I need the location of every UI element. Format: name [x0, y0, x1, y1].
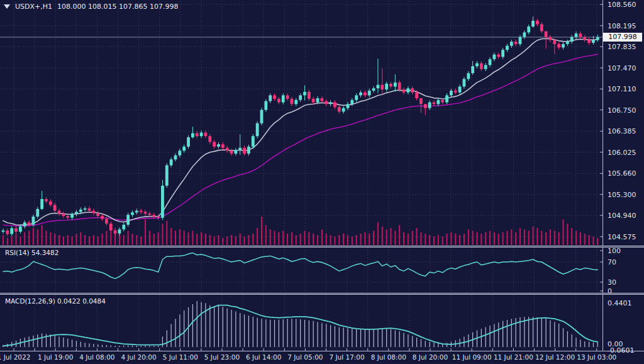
volume-bar [287, 234, 288, 245]
volume-bar [196, 234, 197, 245]
volume-bar [16, 234, 17, 245]
volume-bar [192, 231, 193, 246]
volume-bar [420, 232, 421, 245]
candle-body [596, 37, 599, 40]
candle-body [286, 95, 289, 99]
volume-bar [356, 235, 357, 245]
candle-body [135, 211, 138, 213]
volume-bar [97, 237, 99, 246]
volume-bar [145, 220, 146, 246]
volume-bar [394, 231, 396, 246]
candle-body [342, 108, 345, 112]
macd-label: MACD(12,26,9) 0.0422 0.0484 [5, 297, 106, 305]
volume-bar [75, 234, 77, 245]
price-axis-label: 107.470 [608, 64, 636, 72]
candle-body [23, 222, 26, 226]
candle-body [475, 63, 479, 66]
candle-body [32, 217, 35, 225]
trading-chart-window: USDX+,H1 108.000 108.015 107.865 107.998… [0, 0, 644, 364]
candle-body [126, 215, 130, 225]
candle-body [109, 224, 113, 230]
volume-bar [248, 235, 249, 245]
volume-bar [214, 237, 215, 246]
candle-body [174, 156, 177, 159]
candle-body [191, 134, 194, 137]
candle-body [510, 42, 513, 45]
ma-fast-line [3, 38, 597, 225]
volume-bar [7, 238, 8, 245]
volume-bar [270, 229, 271, 245]
candle-body [587, 40, 591, 43]
rsi-axis-label: 70 [608, 258, 616, 266]
candle-body [148, 213, 152, 215]
volume-bar [545, 232, 547, 245]
volume-bar [274, 231, 275, 246]
volume-bar [58, 235, 60, 245]
candle-body [424, 104, 427, 108]
candle-body [28, 222, 31, 225]
volume-bar [334, 237, 335, 246]
volume-bar [597, 238, 598, 245]
volume-bar [166, 221, 167, 245]
candle-body [394, 82, 397, 86]
volume-bar [386, 229, 387, 245]
candle-body [221, 144, 225, 148]
volume-bar [485, 232, 486, 245]
volume-bars [3, 217, 598, 245]
candle-body [235, 150, 238, 154]
candle-body [165, 165, 169, 185]
volume-bar [580, 232, 581, 245]
candle-body [204, 133, 208, 137]
candle-body [441, 100, 444, 103]
candle-body [583, 37, 586, 40]
time-axis-label: 1 Jul 2022 [0, 353, 30, 361]
rsi-axis-label: 30 [608, 278, 616, 287]
candle-body [264, 101, 267, 110]
candle-body [562, 44, 565, 48]
candle-body [152, 215, 155, 217]
volume-bar [28, 231, 30, 246]
time-axis-label: 11 Jul 09:00 [452, 353, 492, 361]
candle-body [303, 92, 306, 96]
price-axis-label: 104.940 [608, 212, 636, 220]
volume-bar [502, 232, 504, 245]
volume-bar [226, 237, 228, 246]
candle-body [536, 21, 539, 25]
volume-bar [563, 220, 564, 246]
volume-bar [278, 232, 279, 245]
volume-bar [506, 231, 508, 246]
volume-bar [179, 229, 180, 245]
candle-body [506, 46, 509, 50]
volume-bar [80, 232, 81, 245]
volume-bar [50, 232, 51, 245]
volume-bar [106, 231, 107, 246]
volume-bar [425, 234, 426, 245]
volume-bar [571, 228, 572, 245]
candle-body [480, 63, 483, 69]
chart-canvas[interactable] [0, 0, 644, 364]
volume-bar [102, 234, 103, 245]
rsi-value: 54.3482 [31, 249, 58, 256]
time-axis-label: 5 Jul 23:00 [204, 353, 240, 361]
volume-bar [205, 234, 206, 245]
volume-bar [589, 235, 590, 245]
candle-body [84, 208, 87, 210]
panel-divider[interactable] [0, 246, 644, 247]
volume-bar [209, 235, 211, 245]
time-axis-label: 7 Jul 17:00 [329, 353, 364, 361]
symbol-dropdown-icon[interactable] [4, 4, 10, 9]
candle-body [299, 95, 302, 100]
candle-body [566, 42, 569, 44]
volume-bar [296, 235, 297, 245]
panel-divider[interactable] [0, 293, 644, 295]
rsi-axis-label: 0 [608, 287, 612, 295]
volume-bar [184, 231, 185, 246]
volume-bar [304, 231, 306, 246]
candle-body [2, 230, 5, 232]
volume-bar [442, 237, 443, 246]
volume-bar [128, 231, 129, 246]
candle-body [519, 37, 522, 44]
candle-body [88, 208, 91, 211]
candle-body [196, 134, 199, 137]
candle-body [291, 99, 294, 104]
